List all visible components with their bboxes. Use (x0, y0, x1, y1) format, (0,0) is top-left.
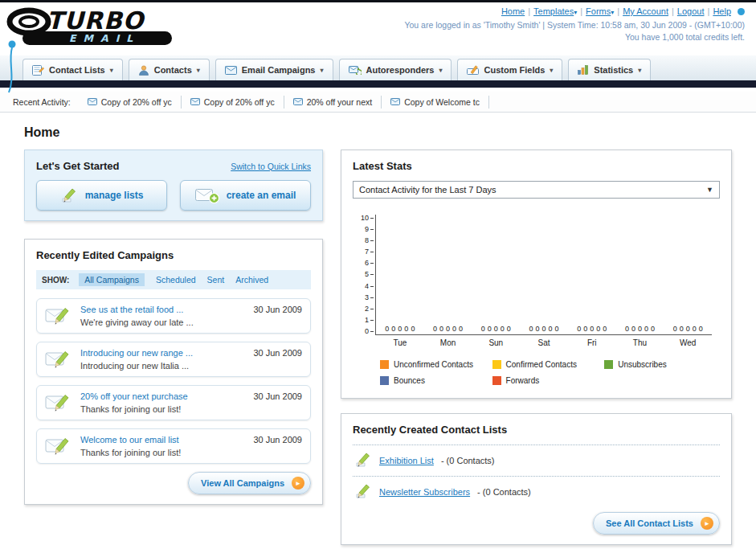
campaign-list-item[interactable]: Welcome to our email listThanks for join… (36, 428, 311, 464)
bar-value-label: 0 (459, 326, 463, 333)
tab-email-campaigns[interactable]: Email Campaigns▾ (215, 59, 333, 80)
turbo-email-logo[interactable]: TURBO EMAIL (5, 4, 202, 96)
top-nav-links: Home|Templates ▾|Forms ▾|My Account|Logo… (404, 6, 745, 16)
chevron-down-icon: ▾ (638, 67, 641, 74)
bar-value-label: 0 (693, 326, 697, 333)
top-link-templates[interactable]: Templates ▾ (533, 6, 577, 16)
logo-text-email: EMAIL (69, 32, 140, 44)
bar-group: 00000 (424, 215, 472, 334)
contact-list-item[interactable]: Newsletter Subscribers - (0 Contacts) (353, 476, 720, 507)
bar-value-label: 0 (452, 326, 456, 333)
bar-value-label: 0 (631, 326, 635, 333)
recently-created-contact-lists-panel: Recently Created Contact Lists Exhibitio… (341, 413, 732, 545)
separator: | (617, 6, 619, 16)
legend-item: Unsubscribes (604, 360, 717, 369)
campaign-filters: All CampaignsScheduledSentArchived (79, 273, 268, 286)
top-link-logout[interactable]: Logout (677, 6, 705, 16)
recent-activity-item[interactable]: Copy of 20% off yc (182, 96, 284, 109)
chart-y-axis: 109876543210 (358, 215, 375, 335)
tab-autoresponders[interactable]: Autoresponders▾ (339, 59, 452, 80)
switch-to-quick-links-link[interactable]: Switch to Quick Links (231, 162, 311, 171)
recent-activity-item[interactable]: Copy of Welcome tc (382, 96, 489, 109)
top-link-forms[interactable]: Forms ▾ (586, 6, 614, 16)
bar-value-label: 0 (555, 326, 559, 333)
view-all-campaigns-label: View All Campaigns (201, 478, 284, 488)
recent-activity-items: Copy of 20% off ycCopy of 20% off yc20% … (79, 96, 489, 109)
bar-value-label: 0 (439, 326, 443, 333)
y-axis-tick: 2 (365, 305, 374, 313)
tab-statistics[interactable]: Statistics▾ (568, 59, 651, 80)
bar-group: 00000 (376, 215, 424, 334)
campaign-title-link[interactable]: 20% off your next purchase (80, 391, 188, 401)
bar-value-label: 0 (590, 326, 594, 333)
bar-group: 00000 (616, 215, 664, 334)
campaign-date: 30 Jun 2009 (253, 348, 302, 358)
create-an-email-button[interactable]: create an email (180, 180, 311, 211)
arrow-right-icon: ► (701, 517, 713, 530)
contact-list-link[interactable]: Exhibition List (379, 456, 434, 465)
y-axis-tick: 9 (365, 226, 374, 233)
bar-value-label: 0 (529, 326, 533, 333)
campaign-filter-sent[interactable]: Sent (207, 275, 225, 285)
campaign-filter-archived[interactable]: Archived (235, 275, 268, 285)
contact-list-items: Exhibition List - (0 Contacts)Newsletter… (353, 445, 720, 507)
contact-list-count: - (0 Contacts) (477, 487, 531, 497)
contact-activity-chart: 109876543210 000000000000000000000000000… (358, 215, 712, 335)
y-axis-tick: 1 (365, 317, 374, 324)
stats-period-select[interactable]: Contact Activity for the Last 7 Days ▼ (353, 181, 720, 199)
see-all-contact-lists-button[interactable]: See All Contact Lists ► (593, 512, 720, 535)
bar-value-label: 0 (638, 326, 642, 333)
contact-list-link[interactable]: Newsletter Subscribers (379, 487, 470, 497)
manage-lists-button[interactable]: manage lists (36, 180, 167, 211)
get-started-title: Let's Get Started (36, 160, 120, 172)
view-all-campaigns-button[interactable]: View All Campaigns ► (188, 472, 311, 494)
campaign-subtitle: We're giving away our late ... (80, 318, 245, 327)
latest-stats-title: Latest Stats (353, 160, 720, 172)
campaign-date: 30 Jun 2009 (253, 305, 302, 314)
campaign-item-body: 20% off your next purchaseThanks for joi… (80, 391, 245, 414)
tab-label: Custom Fields (484, 65, 545, 75)
campaign-list-item[interactable]: Introducing our new range ...Introducing… (36, 342, 311, 377)
top-link-home[interactable]: Home (501, 6, 525, 16)
tab-custom-fields[interactable]: Custom Fields▾ (457, 59, 562, 80)
recent-activity-item[interactable]: 20% off your next (284, 96, 382, 109)
bar-value-label: 0 (507, 326, 511, 333)
x-axis-label: Sat (520, 338, 568, 347)
legend-swatch (492, 360, 501, 369)
bar-value-label: 0 (391, 326, 395, 333)
chevron-down-icon: ▾ (574, 9, 577, 16)
campaign-title-link[interactable]: Welcome to our email list (80, 435, 179, 445)
email-campaigns-icon (225, 66, 237, 75)
campaign-list-item[interactable]: 20% off your next purchaseThanks for joi… (36, 385, 311, 420)
bar-value-label: 0 (699, 326, 703, 333)
recent-activity-text: Copy of 20% off yc (101, 97, 172, 107)
recent-activity-item[interactable]: Copy of 20% off yc (79, 96, 182, 109)
chevron-down-icon: ▾ (611, 9, 614, 16)
pencil-icon (354, 452, 372, 469)
campaign-title-link[interactable]: See us at the retail food ... (80, 305, 183, 314)
top-header: TURBO EMAIL Home|Templates ▾|Forms ▾|My … (0, 2, 756, 55)
campaign-title-link[interactable]: Introducing our new range ... (80, 348, 193, 358)
bar-value-label: 0 (385, 326, 389, 333)
bar-group: 00000 (520, 215, 568, 334)
contact-list-item[interactable]: Exhibition List - (0 Contacts) (353, 445, 720, 476)
campaign-subtitle: Thanks for joining our list! (80, 404, 245, 414)
top-link-help[interactable]: Help (713, 6, 731, 16)
latest-stats-panel: Latest Stats Contact Activity for the La… (341, 150, 732, 399)
bar-value-label: 0 (501, 326, 505, 333)
campaign-filter-bar: SHOW: All CampaignsScheduledSentArchived (36, 270, 311, 289)
campaign-list-item[interactable]: See us at the retail food ...We're givin… (36, 298, 311, 334)
chevron-down-icon: ▾ (550, 67, 553, 74)
envelope-pencil-icon (45, 435, 72, 457)
bar-value-label: 0 (446, 326, 450, 333)
tab-label: Statistics (594, 65, 633, 75)
campaign-filter-all-campaigns[interactable]: All Campaigns (79, 273, 145, 286)
top-link-my-account[interactable]: My Account (623, 6, 668, 16)
envelope-icon (390, 98, 400, 105)
chart-plot: 00000000000000000000000000000000000 (375, 215, 712, 335)
legend-swatch (380, 376, 389, 385)
campaign-subtitle: Introducing our new Italia ... (80, 361, 245, 371)
bar-value-label: 0 (680, 326, 684, 333)
bar-value-label: 0 (433, 326, 437, 333)
campaign-filter-scheduled[interactable]: Scheduled (156, 275, 196, 285)
